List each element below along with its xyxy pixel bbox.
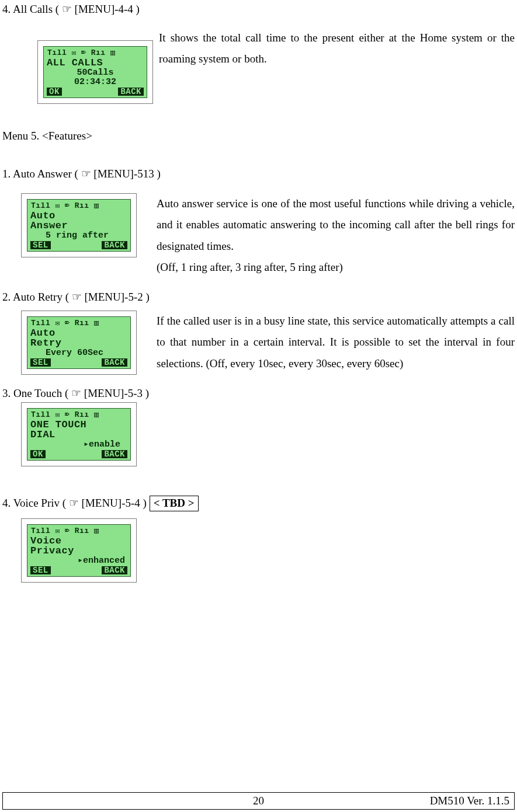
phone-screen-voice-priv: Tıll ✉ ⌦ Rıı ▥ Voice Privacy ▸enhanced S…: [21, 518, 137, 583]
softkey-back: BACK: [102, 566, 127, 574]
lcd-title: ALL CALLS: [47, 58, 144, 68]
body-auto-retry: If the called user is in a busy line sta…: [157, 311, 515, 374]
lcd-line-value: ▸enable: [30, 440, 127, 449]
lcd-title: Voice Privacy: [30, 536, 127, 556]
lcd-title: Auto Retry: [30, 328, 127, 348]
heading-auto-answer: 1. Auto Answer ( ☞ [MENU]-513 ): [2, 167, 515, 180]
phone-screen-auto-retry: Tıll ✉ ⌦ Rıı ▥ Auto Retry Every 60Sec SE…: [21, 311, 137, 375]
heading-menu5: Menu 5. <Features>: [2, 130, 515, 142]
heading-all-calls: 4. All Calls ( ☞ [MENU]-4-4 ): [2, 2, 515, 16]
tbd-label: < TBD >: [150, 496, 199, 511]
softkey-sel: SEL: [30, 566, 51, 574]
heading-voice-priv-text: 4. Voice Priv ( ☞ [MENU]-5-4 ): [2, 497, 150, 509]
heading-auto-retry: 2. Auto Retry ( ☞ [MENU]-5-2 ): [2, 290, 515, 304]
lcd-line-time: 02:34:32: [47, 78, 144, 86]
softkey-ok: OK: [30, 450, 46, 458]
page-number: 20: [253, 793, 264, 809]
lcd-line-value: Every 60Sec: [30, 349, 127, 357]
body-all-calls: It shows the total call time to the pres…: [159, 27, 515, 70]
lcd-status-bar: Tıll ✉ ⌦ Rıı ▥: [30, 411, 127, 419]
page-footer: 20 DM510 Ver. 1.1.5: [2, 792, 515, 810]
softkey-sel: SEL: [30, 241, 51, 249]
phone-screen-auto-answer: Tıll ✉ ⌦ Rıı ▥ Auto Answer 5 ring after …: [21, 193, 137, 257]
heading-voice-priv: 4. Voice Priv ( ☞ [MENU]-5-4 ) < TBD >: [2, 496, 515, 511]
lcd-status-bar: Tıll ✉ ⌦ Rıı ▥: [47, 49, 144, 57]
body-auto-answer-1: Auto answer service is one of the most u…: [157, 193, 515, 257]
softkey-sel: SEL: [30, 358, 51, 367]
lcd-line-value: 5 ring after: [30, 231, 127, 240]
doc-version: DM510 Ver. 1.1.5: [430, 793, 514, 809]
body-auto-answer-2: (Off, 1 ring after, 3 ring after, 5 ring…: [157, 257, 515, 278]
lcd-title: Auto Answer: [30, 211, 127, 231]
lcd-status-bar: Tıll ✉ ⌦ Rıı ▥: [30, 527, 127, 535]
lcd-line-value: ▸enhanced: [30, 556, 127, 565]
softkey-ok: OK: [47, 88, 62, 96]
phone-screen-all-calls: Tıll ✉ ⌦ Rıı ▥ ALL CALLS 50Calls 02:34:3…: [37, 40, 153, 104]
lcd-title: ONE TOUCH DIAL: [30, 420, 127, 440]
lcd-line-calls: 50Calls: [47, 68, 144, 77]
heading-one-touch: 3. One Touch ( ☞ [MENU]-5-3 ): [2, 386, 515, 400]
phone-screen-one-touch: Tıll ✉ ⌦ Rıı ▥ ONE TOUCH DIAL ▸enable OK…: [21, 402, 137, 466]
softkey-back: BACK: [102, 358, 127, 367]
softkey-back: BACK: [102, 450, 127, 458]
lcd-status-bar: Tıll ✉ ⌦ Rıı ▥: [30, 202, 127, 210]
softkey-back: BACK: [118, 88, 144, 96]
softkey-back: BACK: [102, 241, 127, 249]
lcd-status-bar: Tıll ✉ ⌦ Rıı ▥: [30, 319, 127, 327]
